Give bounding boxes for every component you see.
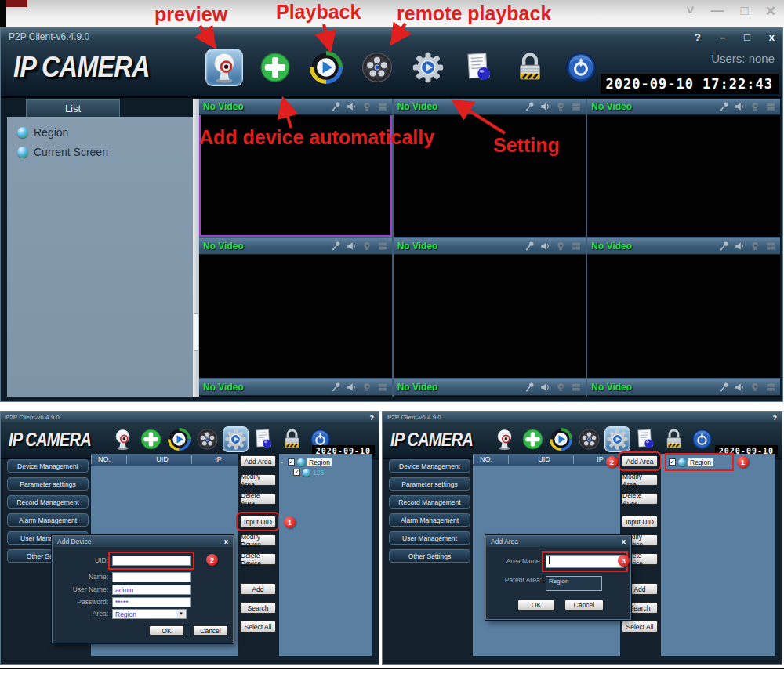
nav-device-management[interactable]: Device Management — [7, 459, 89, 473]
ok-button[interactable]: OK — [517, 600, 555, 611]
video-cell-7[interactable]: No Video — [199, 379, 392, 397]
camera-icon[interactable] — [555, 241, 566, 252]
playback-icon[interactable] — [167, 427, 191, 451]
help-button[interactable]: ? — [695, 31, 701, 43]
close-icon[interactable]: ✕ — [765, 3, 776, 20]
speaker-icon[interactable] — [539, 101, 550, 112]
lock-icon[interactable] — [280, 427, 304, 451]
playback-icon[interactable] — [308, 49, 344, 85]
panel-icon[interactable] — [571, 101, 582, 112]
playback-icon[interactable] — [549, 427, 573, 451]
camera-icon[interactable] — [361, 382, 372, 393]
speaker-icon[interactable] — [734, 241, 745, 252]
area-dropdown[interactable]: Region ▼ — [112, 609, 187, 619]
add-device-icon[interactable] — [139, 427, 163, 451]
select-all-button[interactable]: Select All — [622, 621, 658, 632]
modify-area-button[interactable]: Modify Area — [622, 474, 658, 486]
sidebar-splitter[interactable] — [193, 99, 199, 397]
help-button[interactable]: ? — [773, 414, 778, 422]
tree-item-current-screen[interactable]: Current Screen — [7, 142, 193, 161]
nav-parameter-settings[interactable]: Parameter settings — [389, 477, 470, 491]
nav-other-settings[interactable]: Other Settings — [389, 549, 470, 563]
preview-icon[interactable] — [492, 427, 517, 451]
panel-icon[interactable] — [765, 382, 776, 393]
camera-icon[interactable] — [555, 382, 566, 393]
checkbox-checked-icon[interactable]: ✓ — [288, 458, 295, 466]
modify-device-button[interactable]: Modify Device — [240, 534, 276, 546]
power-icon[interactable] — [690, 427, 714, 451]
add-area-button[interactable]: Add Area — [622, 455, 658, 467]
nav-record-management[interactable]: Record Management — [389, 495, 470, 509]
microphone-icon[interactable] — [330, 382, 341, 393]
microphone-icon[interactable] — [330, 241, 341, 252]
remote-playback-icon[interactable] — [195, 427, 220, 451]
nav-device-management[interactable]: Device Management — [389, 459, 470, 473]
nav-user-management[interactable]: User Management — [389, 531, 470, 545]
dropdown-arrow-icon[interactable]: ▼ — [176, 609, 187, 619]
add-button[interactable]: Add — [240, 583, 276, 595]
video-cell-5[interactable]: No Video — [394, 238, 586, 378]
chevron-down-icon[interactable]: ˅ — [687, 3, 695, 20]
log-icon[interactable] — [252, 427, 276, 451]
speaker-icon[interactable] — [734, 101, 745, 112]
uid-input[interactable] — [112, 556, 191, 566]
tree-item-region[interactable]: - ✓ Region — [281, 457, 371, 467]
tab-list[interactable]: List — [26, 99, 120, 117]
camera-icon[interactable] — [750, 241, 760, 252]
panel-icon[interactable] — [377, 382, 388, 393]
area-name-input[interactable] — [546, 555, 624, 568]
nav-alarm-management[interactable]: Alarm Management — [7, 513, 89, 527]
nav-alarm-management[interactable]: Alarm Management — [389, 513, 470, 527]
log-icon[interactable] — [461, 49, 497, 85]
delete-device-button[interactable]: Delete Device — [240, 553, 276, 565]
setting-icon[interactable] — [410, 49, 446, 85]
tree-item-123[interactable]: ✓ 123 — [281, 467, 371, 477]
cancel-button[interactable]: Cancel — [193, 625, 228, 636]
name-input[interactable] — [112, 572, 191, 582]
select-all-button[interactable]: Select All — [240, 621, 276, 632]
microphone-icon[interactable] — [330, 101, 341, 112]
microphone-icon[interactable] — [524, 382, 535, 393]
remote-playback-icon[interactable] — [359, 49, 395, 85]
video-cell-8[interactable]: No Video — [394, 379, 586, 397]
video-cell-2[interactable]: No Video — [394, 99, 586, 237]
search-button[interactable]: Search — [240, 602, 276, 614]
setting-icon[interactable] — [605, 427, 630, 451]
input-uid-button[interactable]: Input UID — [622, 516, 658, 527]
speaker-icon[interactable] — [734, 382, 745, 393]
video-cell-9[interactable]: No Video — [587, 379, 780, 397]
speaker-icon[interactable] — [346, 382, 357, 393]
panel-icon[interactable] — [377, 241, 388, 252]
speaker-icon[interactable] — [346, 241, 357, 252]
panel-icon[interactable] — [571, 241, 582, 252]
lock-icon[interactable] — [662, 427, 686, 451]
close-button[interactable]: x — [769, 31, 775, 43]
close-button[interactable]: x — [224, 538, 228, 545]
minimize-button[interactable]: – — [720, 31, 725, 43]
speaker-icon[interactable] — [539, 241, 550, 252]
username-input[interactable]: admin — [112, 585, 191, 595]
preview-icon[interactable] — [111, 427, 135, 451]
tree-item-region[interactable]: ✓ Region — [669, 457, 730, 467]
setting-icon[interactable] — [223, 427, 248, 451]
microphone-icon[interactable] — [718, 101, 729, 112]
panel-icon[interactable] — [377, 101, 388, 112]
camera-icon[interactable] — [750, 382, 760, 393]
delete-area-button[interactable]: Delete Area — [240, 493, 276, 505]
expander-icon[interactable]: - — [281, 458, 285, 466]
panel-icon[interactable] — [765, 241, 776, 252]
input-uid-button[interactable]: Input UID — [240, 516, 276, 527]
nav-record-management[interactable]: Record Management — [7, 495, 89, 509]
tree-item-region[interactable]: Region — [7, 122, 193, 142]
maximize-icon[interactable]: □ — [740, 3, 748, 20]
camera-icon[interactable] — [361, 101, 372, 112]
minimize-icon[interactable]: — — [710, 3, 724, 20]
maximize-button[interactable]: □ — [744, 31, 750, 43]
lock-icon[interactable] — [512, 49, 548, 85]
cancel-button[interactable]: Cancel — [564, 600, 604, 611]
camera-icon[interactable] — [555, 101, 566, 112]
log-icon[interactable] — [633, 427, 658, 451]
help-button[interactable]: ? — [370, 414, 375, 422]
power-icon[interactable] — [563, 49, 599, 85]
panel-icon[interactable] — [765, 101, 776, 112]
